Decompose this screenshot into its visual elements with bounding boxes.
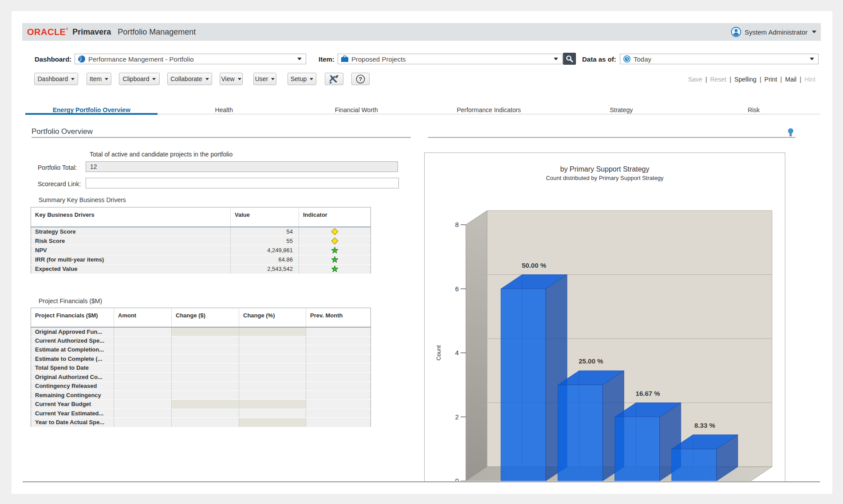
fin-row-label: Total Spend to Date: [31, 363, 114, 373]
fin-cell: [306, 327, 371, 336]
kbd-row-indicator: [299, 246, 371, 255]
data-as-of-select[interactable]: Today: [620, 54, 819, 64]
tab-health[interactable]: Health: [158, 105, 291, 114]
fin-cell: [172, 354, 239, 363]
fin-cell: [306, 400, 371, 409]
fin-cell: [306, 345, 371, 355]
fin-table-title: Project Financials ($M): [39, 297, 102, 305]
fin-cell: [306, 382, 371, 391]
link-separator: |: [780, 75, 782, 83]
portfolio-total-label: Portfolio Total:: [38, 164, 77, 171]
chart-subtitle: Count distributed by Primary Support Str…: [546, 175, 664, 181]
dashboard-label: Dashboard:: [35, 55, 71, 63]
menu-clipboard-label: Clipboard: [123, 75, 150, 82]
kbd-header-1: Value: [231, 207, 299, 227]
item-label: Item:: [319, 55, 335, 63]
bar-chart: by Primary Support StrategyCount distrib…: [425, 153, 785, 481]
kbd-table-title: Summary Key Business Drivers: [39, 196, 126, 203]
fin-cell: [239, 354, 306, 363]
fin-cell: [172, 363, 239, 373]
green-star-icon: [331, 246, 339, 254]
bar-label: 25.00 %: [579, 357, 603, 365]
fin-cell: [114, 363, 172, 373]
fin-row-label: Current Year Budget: [31, 400, 114, 409]
link-hint: Hint: [804, 76, 815, 83]
table-row[interactable]: Estimate to Complete (...: [31, 354, 371, 363]
fin-header-4: Prev. Month: [306, 308, 371, 327]
table-row[interactable]: Risk Score55: [31, 236, 371, 246]
user-menu[interactable]: System Administrator: [731, 27, 816, 37]
tab-strategy[interactable]: Strategy: [555, 105, 688, 114]
oracle-logo: ORACLE®: [27, 27, 68, 37]
item-select[interactable]: Proposed Projects: [338, 54, 563, 64]
scorecard-link-input[interactable]: [86, 178, 399, 188]
table-row[interactable]: Total Spend to Date: [31, 363, 371, 373]
fin-cell: [306, 372, 371, 382]
kbd-row-value: 64.86: [231, 255, 299, 264]
bar-label: 8.33 %: [694, 422, 715, 429]
kbd-row-label: NPV: [31, 246, 231, 255]
customize-button[interactable]: [325, 73, 343, 85]
data-as-of-select-caret-icon: [810, 58, 814, 60]
tab-risk[interactable]: Risk: [688, 105, 820, 114]
table-row[interactable]: Current Authorized Spe...: [31, 336, 371, 345]
tab-performance-indicators[interactable]: Performance Indicators: [423, 105, 555, 114]
table-row[interactable]: Original Authorized Co...: [31, 372, 371, 382]
clock-icon: [623, 55, 631, 63]
fin-row-label: Current Year Estimated...: [31, 409, 114, 418]
fin-cell: [114, 418, 172, 427]
table-row[interactable]: Current Year Budget: [31, 400, 371, 409]
active-tab-underline: [25, 113, 158, 115]
table-row[interactable]: Contingency Released: [31, 382, 371, 391]
product-name: Primavera: [72, 27, 111, 37]
lightbulb-icon[interactable]: [788, 128, 794, 137]
table-row[interactable]: Remaining Contingency: [31, 391, 371, 400]
menu-user[interactable]: User: [253, 73, 276, 85]
link-save: Save: [688, 76, 702, 83]
data-as-of-select-value: Today: [634, 55, 651, 63]
user-name: System Administrator: [745, 28, 808, 36]
table-row[interactable]: NPV4,249,861: [31, 246, 371, 255]
fin-cell: [306, 336, 371, 345]
fin-header-1: Amont: [114, 308, 172, 327]
table-row[interactable]: Original Approved Fun...: [31, 327, 371, 336]
chart-left-wall: [466, 211, 487, 481]
table-row[interactable]: Estimate at Completion...: [31, 345, 371, 355]
fin-cell: [239, 409, 306, 418]
link-spelling[interactable]: Spelling: [734, 76, 756, 83]
fin-cell: [239, 363, 306, 373]
fin-cell: [114, 336, 172, 345]
dashboard-pie-icon: [78, 55, 86, 63]
fin-cell: [172, 327, 239, 336]
fin-cell: [239, 400, 306, 409]
table-row[interactable]: Current Year Estimated...: [31, 409, 371, 418]
fin-cell: [306, 354, 371, 363]
fin-row-label: Contingency Released: [31, 382, 114, 391]
menu-setup[interactable]: Setup: [288, 73, 316, 85]
link-print[interactable]: Print: [764, 76, 777, 83]
portfolio-total-input[interactable]: [86, 161, 398, 172]
menu-user-label: User: [255, 75, 268, 82]
menu-dashboard[interactable]: Dashboard: [34, 73, 78, 85]
fin-row-label: Original Approved Fun...: [31, 327, 114, 336]
table-row[interactable]: Strategy Score54: [31, 227, 371, 236]
link-separator: |: [760, 75, 761, 83]
link-mail[interactable]: Mail: [785, 76, 797, 83]
fin-cell: [239, 345, 306, 355]
search-button[interactable]: [563, 53, 576, 65]
menu-collaborate-caret-icon: [205, 78, 209, 80]
dashboard-select[interactable]: Performance Mangement - Portfolio: [75, 54, 306, 64]
table-row[interactable]: IRR (for multi-year items)64.86: [31, 255, 371, 264]
menu-clipboard[interactable]: Clipboard: [119, 73, 160, 85]
tab-financial-worth[interactable]: Financial Worth: [290, 105, 423, 114]
help-button[interactable]: ?: [351, 73, 370, 85]
menu-view[interactable]: View: [220, 73, 243, 85]
fin-cell: [172, 345, 239, 355]
menu-collaborate[interactable]: Collaborate: [167, 73, 212, 85]
menu-item[interactable]: Item: [87, 73, 111, 85]
table-row[interactable]: Year to Date Actual Spe...: [31, 418, 371, 427]
kbd-row-indicator: [299, 264, 371, 273]
green-star-icon: [331, 256, 339, 263]
help-icon: ?: [356, 74, 365, 84]
table-row[interactable]: Expected Value2,543,542: [31, 264, 371, 273]
